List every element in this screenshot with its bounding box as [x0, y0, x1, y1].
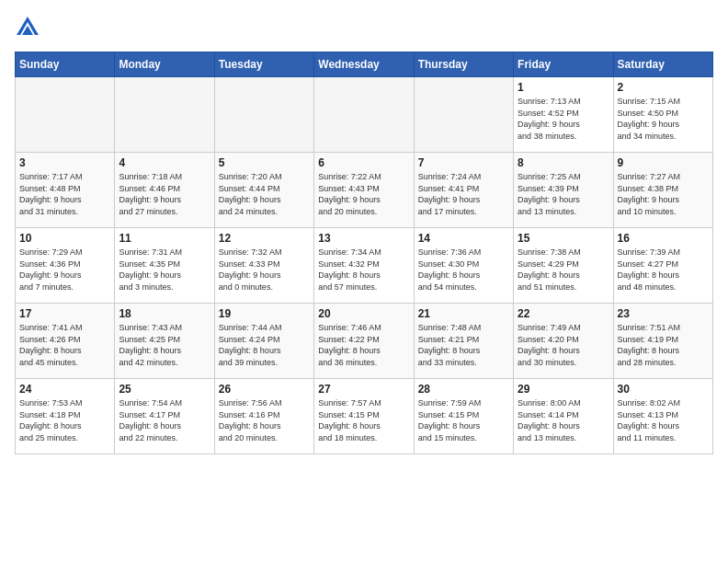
day-number: 13 [318, 232, 409, 245]
logo [15, 15, 44, 40]
day-info: Sunrise: 7:34 AM Sunset: 4:32 PM Dayligh… [318, 247, 409, 293]
day-number: 15 [518, 232, 609, 245]
day-info: Sunrise: 7:31 AM Sunset: 4:35 PM Dayligh… [119, 247, 210, 293]
day-info: Sunrise: 7:48 AM Sunset: 4:21 PM Dayligh… [418, 322, 509, 368]
day-info: Sunrise: 7:49 AM Sunset: 4:20 PM Dayligh… [518, 322, 609, 368]
calendar-cell: 20Sunrise: 7:46 AM Sunset: 4:22 PM Dayli… [314, 304, 414, 379]
weekday-header: Tuesday [214, 52, 313, 77]
calendar-cell: 6Sunrise: 7:22 AM Sunset: 4:43 PM Daylig… [314, 153, 414, 228]
calendar-header: SundayMondayTuesdayWednesdayThursdayFrid… [16, 52, 713, 77]
logo-icon [15, 15, 40, 40]
page: SundayMondayTuesdayWednesdayThursdayFrid… [0, 0, 728, 469]
day-number: 6 [318, 156, 409, 169]
day-number: 16 [618, 232, 709, 245]
day-info: Sunrise: 7:25 AM Sunset: 4:39 PM Dayligh… [518, 171, 609, 217]
calendar-cell [414, 77, 513, 153]
calendar-week-row: 17Sunrise: 7:41 AM Sunset: 4:26 PM Dayli… [16, 304, 713, 379]
calendar-cell [314, 77, 414, 153]
calendar-cell: 15Sunrise: 7:38 AM Sunset: 4:29 PM Dayli… [514, 228, 613, 304]
calendar-cell: 19Sunrise: 7:44 AM Sunset: 4:24 PM Dayli… [214, 304, 313, 379]
day-number: 1 [518, 81, 609, 94]
weekday-header: Friday [514, 52, 613, 77]
calendar-cell: 7Sunrise: 7:24 AM Sunset: 4:41 PM Daylig… [414, 153, 513, 228]
day-info: Sunrise: 7:29 AM Sunset: 4:36 PM Dayligh… [19, 247, 110, 293]
calendar-cell: 25Sunrise: 7:54 AM Sunset: 4:17 PM Dayli… [115, 379, 214, 454]
day-number: 18 [119, 307, 210, 320]
calendar-cell: 18Sunrise: 7:43 AM Sunset: 4:25 PM Dayli… [115, 304, 214, 379]
calendar-cell: 9Sunrise: 7:27 AM Sunset: 4:38 PM Daylig… [613, 153, 712, 228]
day-info: Sunrise: 7:22 AM Sunset: 4:43 PM Dayligh… [318, 171, 409, 217]
calendar-cell: 4Sunrise: 7:18 AM Sunset: 4:46 PM Daylig… [115, 153, 214, 228]
calendar-cell: 16Sunrise: 7:39 AM Sunset: 4:27 PM Dayli… [613, 228, 712, 304]
day-info: Sunrise: 7:41 AM Sunset: 4:26 PM Dayligh… [19, 322, 110, 368]
day-number: 14 [418, 232, 509, 245]
calendar-cell: 11Sunrise: 7:31 AM Sunset: 4:35 PM Dayli… [115, 228, 214, 304]
weekday-header: Sunday [16, 52, 115, 77]
calendar-cell: 2Sunrise: 7:15 AM Sunset: 4:50 PM Daylig… [613, 77, 712, 153]
day-info: Sunrise: 7:24 AM Sunset: 4:41 PM Dayligh… [418, 171, 509, 217]
day-number: 11 [119, 232, 210, 245]
day-info: Sunrise: 7:43 AM Sunset: 4:25 PM Dayligh… [119, 322, 210, 368]
day-info: Sunrise: 7:51 AM Sunset: 4:19 PM Dayligh… [618, 322, 709, 368]
calendar-week-row: 10Sunrise: 7:29 AM Sunset: 4:36 PM Dayli… [16, 228, 713, 304]
day-info: Sunrise: 7:32 AM Sunset: 4:33 PM Dayligh… [219, 247, 310, 293]
calendar-cell [16, 77, 115, 153]
calendar-week-row: 1Sunrise: 7:13 AM Sunset: 4:52 PM Daylig… [16, 77, 713, 153]
day-number: 28 [418, 383, 509, 396]
day-number: 12 [219, 232, 310, 245]
day-number: 24 [19, 383, 110, 396]
day-info: Sunrise: 7:39 AM Sunset: 4:27 PM Dayligh… [618, 247, 709, 293]
calendar-body: 1Sunrise: 7:13 AM Sunset: 4:52 PM Daylig… [16, 77, 713, 454]
day-number: 2 [618, 81, 709, 94]
day-info: Sunrise: 8:00 AM Sunset: 4:14 PM Dayligh… [518, 397, 609, 443]
calendar: SundayMondayTuesdayWednesdayThursdayFrid… [15, 52, 713, 454]
weekday-header: Wednesday [314, 52, 414, 77]
calendar-cell: 21Sunrise: 7:48 AM Sunset: 4:21 PM Dayli… [414, 304, 513, 379]
day-info: Sunrise: 7:59 AM Sunset: 4:15 PM Dayligh… [418, 397, 509, 443]
day-number: 8 [518, 156, 609, 169]
day-number: 27 [318, 383, 409, 396]
day-info: Sunrise: 7:38 AM Sunset: 4:29 PM Dayligh… [518, 247, 609, 293]
day-info: Sunrise: 7:36 AM Sunset: 4:30 PM Dayligh… [418, 247, 509, 293]
calendar-cell: 13Sunrise: 7:34 AM Sunset: 4:32 PM Dayli… [314, 228, 414, 304]
calendar-cell: 29Sunrise: 8:00 AM Sunset: 4:14 PM Dayli… [514, 379, 613, 454]
weekday-header: Thursday [414, 52, 513, 77]
header [15, 15, 713, 40]
day-number: 5 [219, 156, 310, 169]
day-info: Sunrise: 7:18 AM Sunset: 4:46 PM Dayligh… [119, 171, 210, 217]
calendar-cell: 12Sunrise: 7:32 AM Sunset: 4:33 PM Dayli… [214, 228, 313, 304]
calendar-cell: 8Sunrise: 7:25 AM Sunset: 4:39 PM Daylig… [514, 153, 613, 228]
calendar-cell: 10Sunrise: 7:29 AM Sunset: 4:36 PM Dayli… [16, 228, 115, 304]
calendar-cell [214, 77, 313, 153]
day-number: 4 [119, 156, 210, 169]
weekday-header: Saturday [613, 52, 712, 77]
calendar-cell [115, 77, 214, 153]
calendar-cell: 30Sunrise: 8:02 AM Sunset: 4:13 PM Dayli… [613, 379, 712, 454]
calendar-cell: 26Sunrise: 7:56 AM Sunset: 4:16 PM Dayli… [214, 379, 313, 454]
weekday-row: SundayMondayTuesdayWednesdayThursdayFrid… [16, 52, 713, 77]
day-info: Sunrise: 7:15 AM Sunset: 4:50 PM Dayligh… [618, 96, 709, 142]
day-info: Sunrise: 7:17 AM Sunset: 4:48 PM Dayligh… [19, 171, 110, 217]
calendar-cell: 24Sunrise: 7:53 AM Sunset: 4:18 PM Dayli… [16, 379, 115, 454]
calendar-cell: 14Sunrise: 7:36 AM Sunset: 4:30 PM Dayli… [414, 228, 513, 304]
day-info: Sunrise: 7:56 AM Sunset: 4:16 PM Dayligh… [219, 397, 310, 443]
day-number: 23 [618, 307, 709, 320]
calendar-cell: 27Sunrise: 7:57 AM Sunset: 4:15 PM Dayli… [314, 379, 414, 454]
day-info: Sunrise: 7:53 AM Sunset: 4:18 PM Dayligh… [19, 397, 110, 443]
calendar-cell: 1Sunrise: 7:13 AM Sunset: 4:52 PM Daylig… [514, 77, 613, 153]
day-number: 22 [518, 307, 609, 320]
day-info: Sunrise: 7:54 AM Sunset: 4:17 PM Dayligh… [119, 397, 210, 443]
day-number: 10 [19, 232, 110, 245]
day-number: 29 [518, 383, 609, 396]
calendar-week-row: 3Sunrise: 7:17 AM Sunset: 4:48 PM Daylig… [16, 153, 713, 228]
calendar-week-row: 24Sunrise: 7:53 AM Sunset: 4:18 PM Dayli… [16, 379, 713, 454]
day-number: 21 [418, 307, 509, 320]
calendar-cell: 5Sunrise: 7:20 AM Sunset: 4:44 PM Daylig… [214, 153, 313, 228]
day-number: 7 [418, 156, 509, 169]
day-number: 25 [119, 383, 210, 396]
day-number: 20 [318, 307, 409, 320]
day-number: 17 [19, 307, 110, 320]
day-info: Sunrise: 7:27 AM Sunset: 4:38 PM Dayligh… [618, 171, 709, 217]
calendar-cell: 17Sunrise: 7:41 AM Sunset: 4:26 PM Dayli… [16, 304, 115, 379]
calendar-cell: 23Sunrise: 7:51 AM Sunset: 4:19 PM Dayli… [613, 304, 712, 379]
